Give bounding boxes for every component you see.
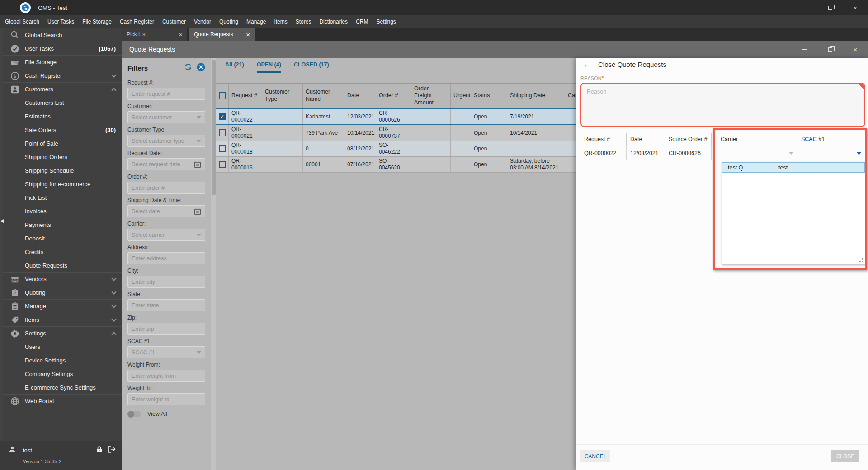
menu-item[interactable]: User Tasks: [43, 15, 78, 28]
logout-icon[interactable]: [108, 446, 116, 455]
sidebar-item[interactable]: Point of Sale: [3, 136, 122, 150]
modal-cell-source-order[interactable]: CR-0000626: [665, 146, 712, 160]
sidebar-item[interactable]: Company Settings: [3, 367, 122, 381]
sidebar-item[interactable]: Users: [3, 340, 122, 353]
tab-close-icon[interactable]: ×: [179, 31, 183, 38]
inner-minimize-button[interactable]: [792, 41, 817, 58]
sidebar-item[interactable]: Shipping Schedule: [3, 164, 122, 177]
inner-close-button[interactable]: ×: [843, 41, 868, 58]
menu-item[interactable]: File Storage: [78, 15, 116, 28]
sidebar-item[interactable]: Customers: [3, 82, 122, 96]
row-checkbox[interactable]: [219, 113, 226, 120]
sidebar-item[interactable]: Deposit: [3, 231, 122, 245]
cancel-button[interactable]: CANCEL: [580, 450, 610, 462]
reason-textarea[interactable]: Reason: [580, 83, 865, 127]
back-arrow-icon[interactable]: ←: [583, 60, 592, 69]
view-all-toggle[interactable]: [127, 411, 141, 417]
menu-item[interactable]: Items: [270, 15, 291, 28]
sidebar-collapse-icon[interactable]: ◀: [0, 218, 4, 224]
sidebar-item[interactable]: ? Quoting: [3, 286, 122, 299]
chevron-down-icon: [111, 72, 116, 77]
menu-item[interactable]: Global Search: [1, 15, 43, 28]
sidebar-item[interactable]: Web Portal: [3, 394, 122, 408]
menu-item[interactable]: Vendor: [190, 15, 215, 28]
sidebar-item[interactable]: Vendors: [3, 272, 122, 286]
sidebar-item[interactable]: Pick List: [3, 191, 122, 204]
filter-field: Request Date: Select request date: [127, 150, 205, 170]
filter-input[interactable]: Enter state: [127, 299, 205, 311]
sidebar-item[interactable]: Settings: [3, 326, 122, 340]
row-checkbox[interactable]: [219, 129, 226, 136]
status-tab[interactable]: OPEN (4): [257, 61, 281, 73]
sidebar-item[interactable]: Device Settings: [3, 353, 122, 367]
select-all-checkbox[interactable]: [219, 92, 226, 99]
close-button[interactable]: ×: [843, 0, 868, 15]
sidebar-item[interactable]: Quote Requests: [3, 258, 122, 272]
filter-input[interactable]: Select customer type: [127, 135, 205, 147]
sidebar-item[interactable]: Shipping Orders: [3, 150, 122, 164]
document-tab[interactable]: Quote Requests ×: [189, 28, 255, 41]
refresh-icon[interactable]: [184, 63, 192, 73]
filter-input[interactable]: SCAC #1: [127, 346, 205, 358]
clear-filters-icon[interactable]: [197, 63, 205, 73]
sidebar-item[interactable]: E-commerce Sync Settings: [3, 381, 122, 394]
filter-input[interactable]: Select request date: [127, 158, 205, 170]
menu-item[interactable]: Quoting: [215, 15, 242, 28]
table-row[interactable]: QR-0000016 00001 07/16/2021 SO-0045620 O…: [216, 157, 637, 173]
lock-icon[interactable]: [96, 446, 103, 455]
menu-item[interactable]: Settings: [372, 15, 400, 28]
document-tab[interactable]: Pick List ×: [122, 28, 187, 41]
filter-input[interactable]: Enter zip: [127, 323, 205, 335]
sidebar-item[interactable]: Customers List: [3, 96, 122, 109]
sidebar-item[interactable]: Estimates: [3, 109, 122, 123]
inner-restore-button[interactable]: [817, 41, 843, 58]
sidebar-item[interactable]: Payments: [3, 218, 122, 231]
filter-input[interactable]: Enter weight to: [127, 393, 205, 405]
sidebar-item[interactable]: Manage: [3, 299, 122, 313]
menu-item[interactable]: Stores: [292, 15, 316, 28]
filter-input[interactable]: Enter request #: [127, 88, 205, 100]
filters-scrollbar[interactable]: [211, 58, 216, 470]
filter-input[interactable]: Enter address: [127, 252, 205, 264]
filter-input[interactable]: Select carrier: [127, 229, 205, 241]
sidebar-item[interactable]: Shipping for e-commerce: [3, 177, 122, 191]
filter-input[interactable]: Enter city: [127, 276, 205, 288]
filter-input[interactable]: Select customer: [127, 111, 205, 123]
status-tab[interactable]: All (21): [225, 61, 244, 73]
close-button-disabled[interactable]: CLOSE: [831, 450, 859, 462]
menu-item[interactable]: Manage: [242, 15, 270, 28]
table-row[interactable]: QR-0000021 739 Park Ave 10/14/2021 CR-00…: [216, 125, 637, 141]
sidebar-item[interactable]: $ Cash Register: [3, 69, 122, 82]
row-checkbox[interactable]: [219, 161, 226, 168]
sidebar-item[interactable]: Items: [3, 313, 122, 326]
cell-order-link[interactable]: SO-0045620: [376, 157, 411, 172]
status-tab[interactable]: CLOSED (17): [294, 61, 329, 73]
menu-item[interactable]: Customer: [158, 15, 190, 28]
app-logo-icon: [20, 2, 31, 13]
tab-close-icon[interactable]: ×: [246, 31, 250, 38]
menu-item[interactable]: Dictionaries: [315, 15, 352, 28]
carrier-select[interactable]: [712, 146, 797, 160]
table-row[interactable]: QR-0000018 0 08/12/2021 SO-0046222 Open: [216, 141, 637, 157]
scac-select[interactable]: [797, 146, 865, 160]
menu-item[interactable]: CRM: [352, 15, 372, 28]
menu-item[interactable]: Cash Register: [116, 15, 158, 28]
sidebar-item[interactable]: Global Search: [3, 28, 122, 42]
restore-button[interactable]: [817, 0, 843, 15]
cell-order-link[interactable]: CR-0000626: [376, 109, 411, 124]
dropdown-item[interactable]: test Q test: [722, 162, 865, 173]
filter-input[interactable]: Enter order #: [127, 182, 205, 194]
cell-order-link[interactable]: CR-0000737: [376, 125, 411, 141]
sidebar-item[interactable]: Invoices: [3, 204, 122, 218]
row-checkbox[interactable]: [219, 145, 226, 152]
filter-input[interactable]: Select date: [127, 205, 205, 217]
sidebar-item[interactable]: User Tasks (1067): [3, 42, 122, 55]
cell-order-link[interactable]: SO-0046222: [376, 141, 411, 156]
filter-input[interactable]: Enter weight from: [127, 370, 205, 382]
sidebar-item[interactable]: Credits: [3, 245, 122, 258]
sidebar-item[interactable]: File Storage: [3, 55, 122, 69]
sidebar-item[interactable]: Sale Orders (30): [3, 123, 122, 136]
table-row[interactable]: QR-0000022 Karinatest 12/03/2021 CR-0000…: [216, 108, 637, 125]
minimize-button[interactable]: [792, 0, 817, 15]
resize-grip[interactable]: [859, 258, 863, 262]
